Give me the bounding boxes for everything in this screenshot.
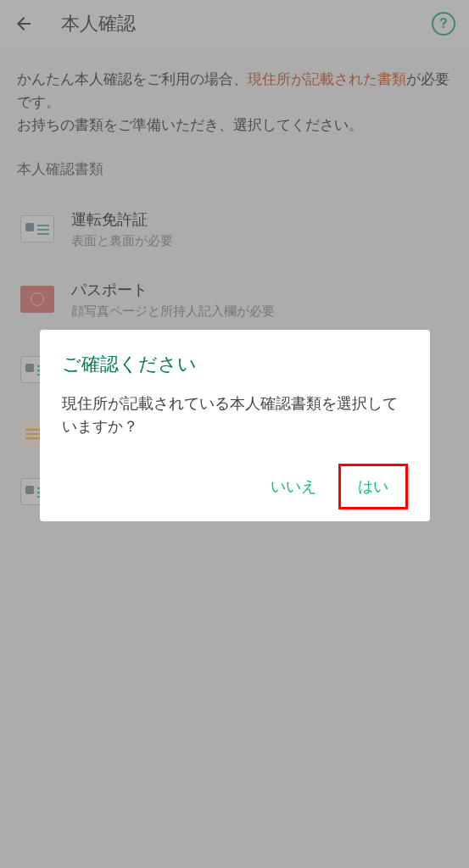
dialog-title: ご確認ください bbox=[62, 352, 408, 377]
yes-button[interactable]: はい bbox=[343, 468, 404, 505]
confirmation-dialog: ご確認ください 現住所が記載されている本人確認書類を選択していますか？ いいえ … bbox=[40, 330, 430, 521]
yes-highlight-box: はい bbox=[338, 464, 408, 509]
modal-overlay: ご確認ください 現住所が記載されている本人確認書類を選択していますか？ いいえ … bbox=[0, 0, 469, 868]
dialog-actions: いいえ はい bbox=[62, 464, 408, 509]
dialog-message: 現住所が記載されている本人確認書類を選択していますか？ bbox=[62, 392, 408, 438]
no-button[interactable]: いいえ bbox=[255, 466, 332, 507]
